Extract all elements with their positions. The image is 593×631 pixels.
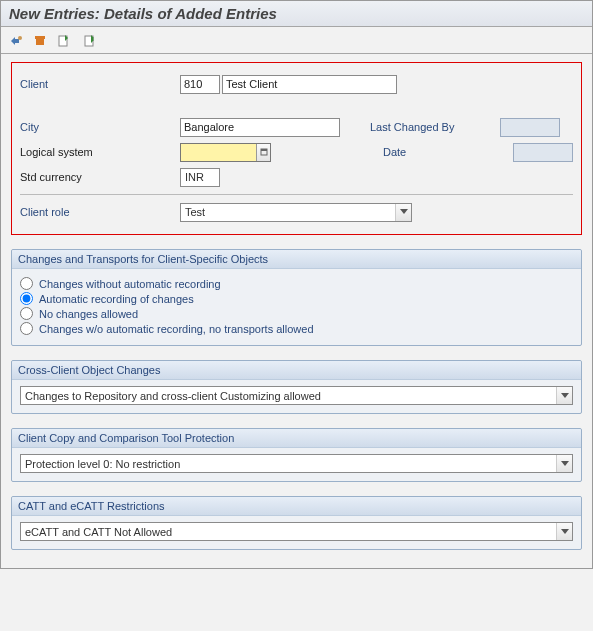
date-field: [513, 143, 573, 162]
logical-system-input[interactable]: [181, 144, 256, 161]
client-details-frame: Client City Last Changed By Logical syst…: [11, 62, 582, 235]
changes-transports-group: Changes and Transports for Client-Specif…: [11, 249, 582, 346]
changes-option-3[interactable]: Changes w/o automatic recording, no tran…: [20, 322, 573, 335]
svg-rect-6: [261, 149, 267, 151]
dropdown-arrow-icon: [556, 523, 572, 540]
catt-dropdown[interactable]: eCATT and CATT Not Allowed: [20, 522, 573, 541]
dropdown-arrow-icon: [395, 204, 411, 221]
svg-point-0: [18, 36, 22, 40]
client-role-label: Client role: [20, 206, 180, 218]
delete-button[interactable]: [31, 31, 49, 49]
client-label: Client: [20, 78, 180, 90]
client-name-input[interactable]: [222, 75, 397, 94]
page-title: New Entries: Details of Added Entries: [9, 5, 584, 22]
cross-client-title: Cross-Client Object Changes: [12, 361, 581, 380]
changes-radio-3[interactable]: [20, 322, 33, 335]
svg-rect-1: [35, 36, 45, 39]
dropdown-arrow-icon: [556, 455, 572, 472]
city-input[interactable]: [180, 118, 340, 137]
f4-help-button[interactable]: [256, 144, 270, 161]
std-currency-field[interactable]: INR: [180, 168, 220, 187]
client-number-input[interactable]: [180, 75, 220, 94]
std-currency-label: Std currency: [20, 171, 180, 183]
cross-client-dropdown[interactable]: Changes to Repository and cross-client C…: [20, 386, 573, 405]
changes-radio-0[interactable]: [20, 277, 33, 290]
dropdown-arrow-icon: [556, 387, 572, 404]
date-label: Date: [383, 146, 513, 158]
toolbar: [1, 27, 592, 54]
city-label: City: [20, 121, 180, 133]
client-role-dropdown[interactable]: Test: [180, 203, 412, 222]
changes-radio-2[interactable]: [20, 307, 33, 320]
changes-option-label: Automatic recording of changes: [39, 293, 194, 305]
changes-option-label: Changes without automatic recording: [39, 278, 221, 290]
logical-system-label: Logical system: [20, 146, 180, 158]
catt-title: CATT and eCATT Restrictions: [12, 497, 581, 516]
svg-rect-2: [36, 39, 44, 45]
cross-client-value: Changes to Repository and cross-client C…: [25, 390, 321, 402]
client-role-value: Test: [185, 206, 205, 218]
cross-client-group: Cross-Client Object Changes Changes to R…: [11, 360, 582, 414]
previous-entry-button[interactable]: [55, 31, 73, 49]
changes-option-label: Changes w/o automatic recording, no tran…: [39, 323, 314, 335]
copy-protection-value: Protection level 0: No restriction: [25, 458, 180, 470]
last-changed-by-label: Last Changed By: [370, 121, 500, 133]
next-entry-button[interactable]: [79, 31, 97, 49]
copy-protection-dropdown[interactable]: Protection level 0: No restriction: [20, 454, 573, 473]
changes-radio-1[interactable]: [20, 292, 33, 305]
changes-option-2[interactable]: No changes allowed: [20, 307, 573, 320]
catt-value: eCATT and CATT Not Allowed: [25, 526, 172, 538]
other-entry-button[interactable]: [7, 31, 25, 49]
copy-protection-title: Client Copy and Comparison Tool Protecti…: [12, 429, 581, 448]
changes-option-0[interactable]: Changes without automatic recording: [20, 277, 573, 290]
catt-group: CATT and eCATT Restrictions eCATT and CA…: [11, 496, 582, 550]
copy-protection-group: Client Copy and Comparison Tool Protecti…: [11, 428, 582, 482]
changes-option-1[interactable]: Automatic recording of changes: [20, 292, 573, 305]
changes-transports-title: Changes and Transports for Client-Specif…: [12, 250, 581, 269]
changes-option-label: No changes allowed: [39, 308, 138, 320]
last-changed-by-field: [500, 118, 560, 137]
